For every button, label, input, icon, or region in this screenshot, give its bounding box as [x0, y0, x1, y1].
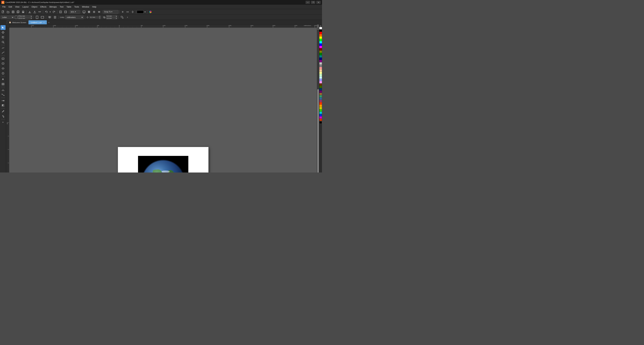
menu-effects[interactable]: Effects — [39, 5, 48, 9]
color-cell-23[interactable] — [319, 81, 322, 83]
color-cell-14[interactable] — [319, 60, 322, 62]
color-cell-17[interactable] — [319, 67, 322, 69]
restore-button[interactable]: ❐ — [311, 1, 315, 4]
menu-table[interactable]: Table — [65, 5, 72, 9]
ellipse-tool-button[interactable] — [0, 66, 6, 71]
color-cell-33[interactable] — [319, 105, 322, 107]
color-cell-2[interactable] — [319, 32, 322, 34]
color-cell-9[interactable] — [319, 48, 322, 51]
add-tool-button[interactable]: + — [0, 120, 6, 125]
redo-button[interactable] — [52, 10, 56, 14]
color-cell-12[interactable] — [319, 55, 322, 58]
menu-help[interactable]: Help — [91, 5, 98, 9]
color-cell-38[interactable] — [319, 116, 322, 119]
dup-h-input[interactable] — [106, 15, 116, 17]
menu-window[interactable]: Window — [81, 5, 90, 9]
scale-button[interactable] — [120, 15, 124, 20]
color-cell-4[interactable] — [319, 37, 322, 39]
polygon-tool-button[interactable] — [0, 71, 6, 76]
menu-tools[interactable]: Tools — [73, 5, 80, 9]
color-cell-22[interactable] — [319, 79, 322, 81]
node-tool-button[interactable] — [0, 30, 6, 35]
close-button[interactable]: ✕ — [316, 1, 321, 4]
color-cell-18[interactable] — [319, 69, 322, 72]
parallel-dim-button[interactable] — [0, 88, 6, 92]
tools-option-2[interactable] — [125, 10, 130, 14]
dup-h-up[interactable]: ▲ — [116, 15, 117, 17]
rectangle-tool-button[interactable] — [0, 56, 6, 61]
color-cell-30[interactable] — [319, 98, 322, 100]
smart-fill-tool[interactable] — [130, 10, 135, 14]
scroll-thumb-v[interactable] — [317, 89, 319, 173]
color-cell-1[interactable] — [319, 29, 322, 32]
freehand-tool-button[interactable] — [0, 46, 6, 50]
full-screen-preview[interactable] — [82, 10, 86, 14]
color-cell-26[interactable] — [319, 88, 322, 91]
menu-bitmaps[interactable]: Bitmaps — [48, 5, 58, 9]
select-tool-button[interactable] — [0, 25, 6, 30]
canvas-area[interactable]: -200 -150 -100 -50 0 50 100 150 — [6, 25, 319, 173]
color-cell-10[interactable] — [319, 51, 322, 53]
options-button[interactable]: ⚙ — [120, 10, 125, 14]
color-cell-7[interactable] — [319, 44, 322, 46]
zoom-dropdown[interactable]: 46% ▾ — [70, 10, 80, 14]
export-button[interactable] — [32, 10, 37, 14]
width-up[interactable]: ▲ — [30, 15, 32, 17]
smart-draw-button[interactable] — [0, 51, 6, 55]
color-cell-35[interactable] — [319, 109, 322, 112]
all-pages-button[interactable] — [47, 15, 52, 20]
color-cell-39[interactable] — [319, 119, 322, 121]
earth-image[interactable] — [138, 156, 188, 173]
minimize-button[interactable]: — — [306, 1, 310, 4]
color-cell-6[interactable] — [319, 41, 322, 44]
color-cell-25[interactable] — [319, 86, 322, 88]
menu-object[interactable]: Object — [30, 5, 39, 9]
rounded-rect-button[interactable] — [0, 61, 6, 66]
save-button[interactable] — [11, 10, 16, 14]
color-cell-13[interactable] — [319, 58, 322, 60]
save-all-button[interactable] — [16, 10, 20, 14]
blend-tool-button[interactable] — [0, 98, 6, 103]
print-button[interactable] — [21, 10, 26, 14]
eyedropper-button[interactable] — [0, 109, 6, 114]
color-cell-24[interactable] — [319, 83, 322, 86]
color-fill-swatch[interactable] — [137, 11, 144, 14]
color-cell-34[interactable] — [319, 107, 322, 109]
palette-scroll-up[interactable]: ▲ — [319, 25, 322, 27]
tab-home[interactable]: 🏠 Welcome Screen — [7, 20, 28, 24]
menu-layout[interactable]: Layout — [21, 5, 30, 9]
transparency-tool-button[interactable] — [0, 103, 6, 108]
open-button[interactable] — [6, 10, 10, 14]
page-height-input[interactable] — [18, 17, 30, 19]
crop-tool-button[interactable] — [0, 35, 6, 40]
portrait-button[interactable] — [35, 15, 40, 20]
color-cell-0[interactable] — [319, 27, 322, 29]
color-cell-29[interactable] — [319, 95, 322, 98]
tab-document[interactable]: Untitled-1.cdr* ✕ — [28, 20, 47, 24]
view-grid-button[interactable] — [87, 10, 92, 14]
dup-v-down[interactable]: ▼ — [116, 17, 117, 19]
current-page-button[interactable] — [53, 15, 57, 20]
table-tool-button[interactable] — [0, 82, 6, 86]
add-page-frame[interactable]: + — [125, 15, 130, 20]
page-size-select[interactable]: Letter — [1, 16, 14, 19]
color-dropdown[interactable]: ▾ — [144, 10, 146, 14]
color-cell-16[interactable] — [319, 65, 322, 67]
menu-file[interactable]: File — [1, 5, 7, 9]
color-cell-19[interactable] — [319, 72, 322, 74]
zoom-tool-button[interactable] — [0, 40, 6, 45]
nudge-input[interactable] — [90, 16, 99, 18]
new-tab-button[interactable]: + — [47, 21, 51, 24]
color-cell-11[interactable] — [319, 53, 322, 55]
page-width-input[interactable] — [18, 15, 30, 17]
color-cell-31[interactable] — [319, 100, 322, 102]
dup-v-input[interactable] — [106, 17, 116, 19]
new-button[interactable] — [1, 10, 5, 14]
undo-dropdown[interactable]: ▾ — [49, 10, 51, 14]
color-cell-28[interactable] — [319, 93, 322, 95]
color-cell-32[interactable] — [319, 102, 322, 105]
color-cell-black[interactable] — [319, 121, 322, 124]
color-cell-37[interactable] — [319, 114, 322, 116]
publish-pdf-button[interactable]: PDF — [38, 10, 42, 14]
color-cell-15[interactable] — [319, 62, 322, 65]
